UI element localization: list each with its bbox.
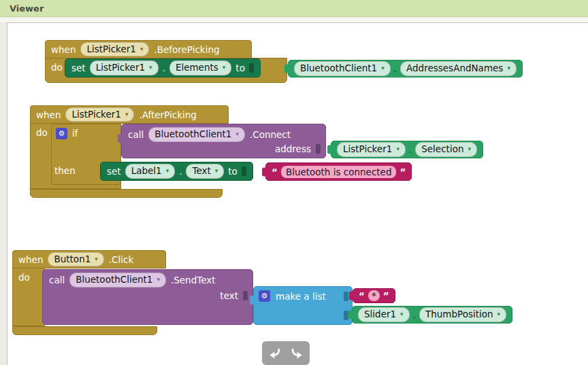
event-block-beforepicking[interactable]: when ListPicker1 ▾ .BeforePicking bbox=[45, 40, 252, 58]
event-name: .AfterPicking bbox=[139, 109, 196, 120]
chevron-down-icon: ▾ bbox=[396, 146, 399, 152]
component-dropdown[interactable]: Label1 ▾ bbox=[125, 164, 176, 179]
event-name: .Click bbox=[109, 254, 133, 265]
event-block-click[interactable]: when Button1 ▾ .Click bbox=[12, 250, 166, 268]
chevron-down-icon: ▾ bbox=[381, 65, 385, 71]
property-name: AddressesAndNames bbox=[406, 63, 503, 75]
property-dropdown[interactable]: ThumbPosition ▾ bbox=[419, 307, 506, 322]
property-name: Elements bbox=[176, 62, 218, 74]
property-name: ThumbPosition bbox=[425, 309, 493, 321]
call-sendtext-block[interactable]: call BluetoothClient1 ▾ .SendText text bbox=[42, 269, 253, 325]
component-dropdown[interactable]: BluetoothClient1 ▾ bbox=[294, 61, 391, 76]
chevron-down-icon: ▾ bbox=[497, 311, 501, 317]
do-keyword: do bbox=[36, 127, 48, 138]
component-name: BluetoothClient1 bbox=[300, 63, 377, 75]
chevron-down-icon: ▾ bbox=[149, 65, 152, 71]
when-keyword: when bbox=[18, 254, 43, 265]
panel-title: Viewer bbox=[10, 3, 44, 14]
dot-separator: . bbox=[179, 166, 182, 177]
dot-separator: . bbox=[413, 309, 416, 320]
component-dropdown[interactable]: Slider1 ▾ bbox=[358, 307, 410, 322]
close-quote: ” bbox=[383, 290, 389, 301]
component-dropdown[interactable]: ListPicker1 ▾ bbox=[80, 42, 149, 57]
property-dropdown[interactable]: AddressesAndNames ▾ bbox=[400, 61, 517, 76]
component-dropdown[interactable]: BluetoothClient1 ▾ bbox=[69, 273, 166, 288]
dot-separator: . bbox=[394, 63, 397, 74]
method-name: .SendText bbox=[171, 275, 216, 285]
string-block-asterisk[interactable]: “ * ” bbox=[353, 288, 395, 303]
getter-thumbposition-block[interactable]: Slider1 ▾ . ThumbPosition ▾ bbox=[352, 306, 512, 324]
getter-selection-block[interactable]: ListPicker1 ▾ . Selection ▾ bbox=[331, 141, 483, 158]
value-socket bbox=[243, 291, 248, 300]
string-block-connected[interactable]: “ Bluetooth is connected ” bbox=[265, 162, 412, 181]
component-dropdown[interactable]: ListPicker1 ▾ bbox=[65, 107, 134, 122]
to-keyword: to bbox=[228, 166, 238, 177]
open-quote: “ bbox=[359, 290, 365, 301]
to-keyword: to bbox=[235, 63, 245, 73]
set-keyword: set bbox=[107, 166, 121, 177]
do-keyword: do bbox=[51, 62, 63, 73]
string-text-field[interactable]: * bbox=[368, 290, 380, 301]
when-keyword: when bbox=[51, 44, 76, 55]
chevron-down-icon: ▾ bbox=[140, 46, 144, 52]
item-socket bbox=[344, 292, 348, 301]
chevron-down-icon: ▾ bbox=[400, 311, 404, 317]
method-name: .Connect bbox=[250, 129, 291, 140]
chevron-down-icon: ▾ bbox=[507, 65, 510, 71]
viewer-panel-header: Viewer bbox=[0, 0, 588, 17]
event-block-body[interactable]: do bbox=[12, 268, 45, 326]
chevron-down-icon: ▾ bbox=[95, 256, 98, 262]
component-dropdown[interactable]: BluetoothClient1 ▾ bbox=[148, 127, 245, 142]
chevron-down-icon: ▾ bbox=[125, 111, 129, 118]
redo-button[interactable] bbox=[288, 345, 306, 362]
component-dropdown[interactable]: ListPicker1 ▾ bbox=[337, 142, 406, 157]
component-name: Label1 bbox=[131, 165, 162, 177]
component-dropdown[interactable]: ListPicker1 ▾ bbox=[90, 60, 159, 75]
set-elements-block[interactable]: set ListPicker1 ▾ . Elements ▾ to bbox=[65, 58, 261, 77]
arg-label: text bbox=[220, 290, 238, 301]
event-block-bottom[interactable] bbox=[12, 326, 157, 335]
mutator-gear-icon[interactable]: ⚙ bbox=[259, 290, 270, 302]
event-name: .BeforePicking bbox=[154, 44, 219, 55]
then-keyword: then bbox=[54, 165, 76, 176]
value-socket bbox=[242, 167, 246, 176]
component-name: ListPicker1 bbox=[71, 109, 120, 121]
dot-separator: . bbox=[409, 144, 412, 155]
when-keyword: when bbox=[36, 109, 61, 120]
if-keyword: if bbox=[72, 128, 78, 139]
value-socket bbox=[316, 144, 321, 154]
chevron-down-icon: ▾ bbox=[223, 65, 226, 71]
property-dropdown[interactable]: Elements ▾ bbox=[169, 60, 231, 75]
property-name: Text bbox=[192, 165, 210, 177]
call-keyword: call bbox=[49, 275, 65, 285]
mutator-gear-icon[interactable]: ⚙ bbox=[56, 128, 67, 139]
redo-icon bbox=[290, 347, 304, 359]
component-name: BluetoothClient1 bbox=[76, 274, 152, 286]
component-name: ListPicker1 bbox=[343, 143, 392, 156]
property-dropdown[interactable]: Text ▾ bbox=[186, 164, 224, 179]
undo-button[interactable] bbox=[266, 345, 284, 362]
component-name: Button1 bbox=[54, 254, 91, 266]
chevron-down-icon: ▾ bbox=[215, 168, 218, 174]
undo-redo-toolbar bbox=[262, 341, 310, 365]
dot-separator: . bbox=[163, 63, 165, 73]
component-name: BluetoothClient1 bbox=[154, 128, 231, 141]
property-dropdown[interactable]: Selection ▾ bbox=[415, 142, 477, 157]
event-block-bottom[interactable] bbox=[30, 189, 223, 198]
make-a-list-block[interactable]: ⚙ make a list bbox=[253, 286, 353, 325]
component-name: ListPicker1 bbox=[86, 44, 135, 56]
event-block-afterpicking[interactable]: when ListPicker1 ▾ .AfterPicking bbox=[30, 105, 229, 124]
component-dropdown[interactable]: Button1 ▾ bbox=[48, 252, 103, 267]
getter-addressesandnames-block[interactable]: BluetoothClient1 ▾ . AddressesAndNames ▾ bbox=[288, 60, 523, 77]
set-text-block[interactable]: set Label1 ▾ . Text ▾ to bbox=[100, 162, 253, 181]
chevron-down-icon: ▾ bbox=[235, 131, 239, 137]
close-quote: ” bbox=[399, 167, 406, 177]
component-name: Slider1 bbox=[364, 309, 396, 321]
panel-gap bbox=[0, 18, 588, 22]
arg-label: address bbox=[275, 143, 311, 154]
undo-icon bbox=[268, 347, 282, 359]
value-socket bbox=[249, 63, 254, 73]
call-connect-block[interactable]: call BluetoothClient1 ▾ .Connect address bbox=[121, 124, 326, 158]
call-keyword: call bbox=[128, 129, 144, 140]
string-text-field[interactable]: Bluetooth is connected bbox=[281, 166, 397, 178]
